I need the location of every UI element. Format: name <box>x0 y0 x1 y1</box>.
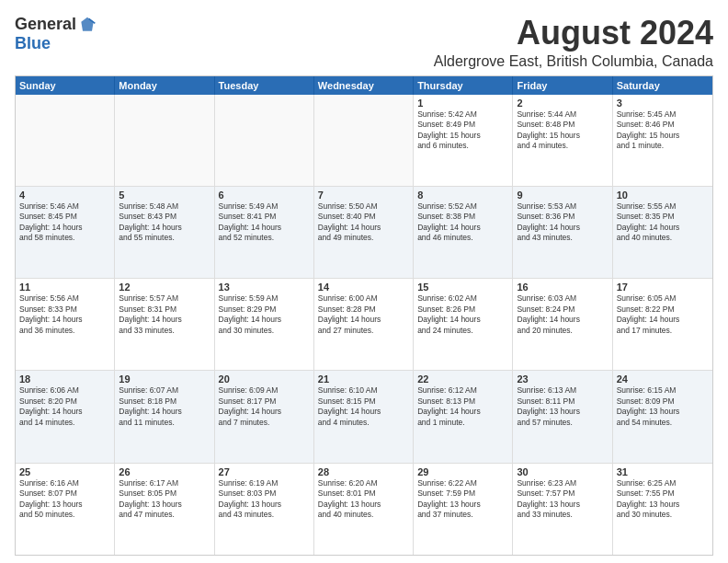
day-info: Sunrise: 5:45 AMSunset: 8:46 PMDaylight:… <box>617 109 709 152</box>
day-number: 26 <box>119 466 210 477</box>
day-info: Sunrise: 6:02 AMSunset: 8:26 PMDaylight:… <box>417 293 508 336</box>
day-cell: 20Sunrise: 6:09 AMSunset: 8:17 PMDayligh… <box>215 371 314 462</box>
day-info: Sunrise: 5:49 AMSunset: 8:41 PMDaylight:… <box>219 201 310 244</box>
day-info: Sunrise: 6:12 AMSunset: 8:13 PMDaylight:… <box>417 385 508 428</box>
day-number: 28 <box>318 466 409 477</box>
day-cell: 30Sunrise: 6:23 AMSunset: 7:57 PMDayligh… <box>513 464 612 555</box>
day-info: Sunrise: 5:56 AMSunset: 8:33 PMDaylight:… <box>19 293 110 336</box>
day-cell: 29Sunrise: 6:22 AMSunset: 7:59 PMDayligh… <box>414 464 513 555</box>
day-cell: 9Sunrise: 5:53 AMSunset: 8:36 PMDaylight… <box>513 187 612 278</box>
day-info: Sunrise: 6:10 AMSunset: 8:15 PMDaylight:… <box>318 385 409 428</box>
day-cell: 24Sunrise: 6:15 AMSunset: 8:09 PMDayligh… <box>613 371 712 462</box>
day-header-friday: Friday <box>513 76 612 95</box>
day-cell <box>215 95 314 186</box>
day-number: 16 <box>517 282 608 293</box>
day-cell: 10Sunrise: 5:55 AMSunset: 8:35 PMDayligh… <box>613 187 712 278</box>
day-info: Sunrise: 5:55 AMSunset: 8:35 PMDaylight:… <box>617 201 709 244</box>
day-cell <box>314 95 414 186</box>
day-cell <box>16 95 115 186</box>
day-cell: 12Sunrise: 5:57 AMSunset: 8:31 PMDayligh… <box>115 279 214 370</box>
day-info: Sunrise: 6:13 AMSunset: 8:11 PMDaylight:… <box>517 385 608 428</box>
page: General Blue August 2024 Aldergrove East… <box>0 0 728 563</box>
day-info: Sunrise: 6:19 AMSunset: 8:03 PMDaylight:… <box>219 478 310 521</box>
day-number: 3 <box>617 98 709 109</box>
calendar-body: 1Sunrise: 5:42 AMSunset: 8:49 PMDaylight… <box>16 95 712 555</box>
day-number: 27 <box>219 466 310 477</box>
day-number: 19 <box>119 373 210 385</box>
day-cell: 11Sunrise: 5:56 AMSunset: 8:33 PMDayligh… <box>16 279 115 370</box>
main-title: August 2024 <box>116 15 713 52</box>
logo: General Blue <box>15 15 116 53</box>
day-cell: 19Sunrise: 6:07 AMSunset: 8:18 PMDayligh… <box>115 371 214 462</box>
day-cell: 18Sunrise: 6:06 AMSunset: 8:20 PMDayligh… <box>16 371 115 462</box>
day-number: 30 <box>517 466 608 477</box>
calendar: SundayMondayTuesdayWednesdayThursdayFrid… <box>15 75 713 556</box>
day-cell: 23Sunrise: 6:13 AMSunset: 8:11 PMDayligh… <box>513 371 612 462</box>
day-info: Sunrise: 6:17 AMSunset: 8:05 PMDaylight:… <box>119 478 210 521</box>
calendar-header: SundayMondayTuesdayWednesdayThursdayFrid… <box>16 76 712 95</box>
day-number: 8 <box>417 190 508 201</box>
day-number: 23 <box>517 373 608 385</box>
week-row-5: 25Sunrise: 6:16 AMSunset: 8:07 PMDayligh… <box>16 464 712 555</box>
day-cell: 1Sunrise: 5:42 AMSunset: 8:49 PMDaylight… <box>414 95 513 186</box>
day-cell: 7Sunrise: 5:50 AMSunset: 8:40 PMDaylight… <box>314 187 414 278</box>
day-cell: 26Sunrise: 6:17 AMSunset: 8:05 PMDayligh… <box>115 464 214 555</box>
day-cell: 3Sunrise: 5:45 AMSunset: 8:46 PMDaylight… <box>613 95 712 186</box>
day-header-saturday: Saturday <box>613 76 712 95</box>
day-cell: 13Sunrise: 5:59 AMSunset: 8:29 PMDayligh… <box>215 279 314 370</box>
day-info: Sunrise: 5:50 AMSunset: 8:40 PMDaylight:… <box>318 201 409 244</box>
day-number: 21 <box>318 373 409 385</box>
day-cell: 21Sunrise: 6:10 AMSunset: 8:15 PMDayligh… <box>314 371 414 462</box>
subtitle: Aldergrove East, British Columbia, Canad… <box>116 53 713 70</box>
day-cell: 28Sunrise: 6:20 AMSunset: 8:01 PMDayligh… <box>314 464 414 555</box>
day-info: Sunrise: 5:44 AMSunset: 8:48 PMDaylight:… <box>517 109 608 152</box>
day-header-thursday: Thursday <box>414 76 513 95</box>
logo-general-text: General <box>15 15 76 34</box>
day-cell: 6Sunrise: 5:49 AMSunset: 8:41 PMDaylight… <box>215 187 314 278</box>
day-info: Sunrise: 5:52 AMSunset: 8:38 PMDaylight:… <box>417 201 508 244</box>
title-section: August 2024 Aldergrove East, British Col… <box>116 15 713 70</box>
day-number: 22 <box>417 373 508 385</box>
day-number: 4 <box>19 190 110 201</box>
day-info: Sunrise: 5:59 AMSunset: 8:29 PMDaylight:… <box>219 293 310 336</box>
day-number: 31 <box>617 466 709 477</box>
day-cell: 27Sunrise: 6:19 AMSunset: 8:03 PMDayligh… <box>215 464 314 555</box>
logo-icon <box>78 16 97 34</box>
day-number: 9 <box>517 190 608 201</box>
day-number: 15 <box>417 282 508 293</box>
day-info: Sunrise: 6:25 AMSunset: 7:55 PMDaylight:… <box>617 478 709 521</box>
day-number: 17 <box>617 282 709 293</box>
day-cell: 15Sunrise: 6:02 AMSunset: 8:26 PMDayligh… <box>414 279 513 370</box>
day-number: 2 <box>517 98 608 109</box>
day-cell <box>115 95 214 186</box>
day-cell: 5Sunrise: 5:48 AMSunset: 8:43 PMDaylight… <box>115 187 214 278</box>
day-cell: 2Sunrise: 5:44 AMSunset: 8:48 PMDaylight… <box>513 95 612 186</box>
day-info: Sunrise: 5:42 AMSunset: 8:49 PMDaylight:… <box>417 109 508 152</box>
day-info: Sunrise: 6:16 AMSunset: 8:07 PMDaylight:… <box>19 478 110 521</box>
day-cell: 17Sunrise: 6:05 AMSunset: 8:22 PMDayligh… <box>613 279 712 370</box>
day-number: 7 <box>318 190 409 201</box>
day-cell: 31Sunrise: 6:25 AMSunset: 7:55 PMDayligh… <box>613 464 712 555</box>
day-info: Sunrise: 6:20 AMSunset: 8:01 PMDaylight:… <box>318 478 409 521</box>
day-info: Sunrise: 5:46 AMSunset: 8:45 PMDaylight:… <box>19 201 110 244</box>
week-row-3: 11Sunrise: 5:56 AMSunset: 8:33 PMDayligh… <box>16 279 712 371</box>
day-info: Sunrise: 6:00 AMSunset: 8:28 PMDaylight:… <box>318 293 409 336</box>
day-number: 25 <box>19 466 110 477</box>
day-number: 1 <box>417 98 508 109</box>
week-row-1: 1Sunrise: 5:42 AMSunset: 8:49 PMDaylight… <box>16 95 712 187</box>
day-cell: 8Sunrise: 5:52 AMSunset: 8:38 PMDaylight… <box>414 187 513 278</box>
day-info: Sunrise: 6:07 AMSunset: 8:18 PMDaylight:… <box>119 385 210 428</box>
day-number: 18 <box>19 373 110 385</box>
day-number: 24 <box>617 373 709 385</box>
header: General Blue August 2024 Aldergrove East… <box>15 15 713 70</box>
day-info: Sunrise: 6:06 AMSunset: 8:20 PMDaylight:… <box>19 385 110 428</box>
week-row-2: 4Sunrise: 5:46 AMSunset: 8:45 PMDaylight… <box>16 187 712 279</box>
day-info: Sunrise: 6:03 AMSunset: 8:24 PMDaylight:… <box>517 293 608 336</box>
day-info: Sunrise: 6:05 AMSunset: 8:22 PMDaylight:… <box>617 293 709 336</box>
logo-blue-text: Blue <box>15 34 51 53</box>
day-cell: 16Sunrise: 6:03 AMSunset: 8:24 PMDayligh… <box>513 279 612 370</box>
day-info: Sunrise: 6:22 AMSunset: 7:59 PMDaylight:… <box>417 478 508 521</box>
day-number: 11 <box>19 282 110 293</box>
day-cell: 22Sunrise: 6:12 AMSunset: 8:13 PMDayligh… <box>414 371 513 462</box>
day-info: Sunrise: 6:23 AMSunset: 7:57 PMDaylight:… <box>517 478 608 521</box>
